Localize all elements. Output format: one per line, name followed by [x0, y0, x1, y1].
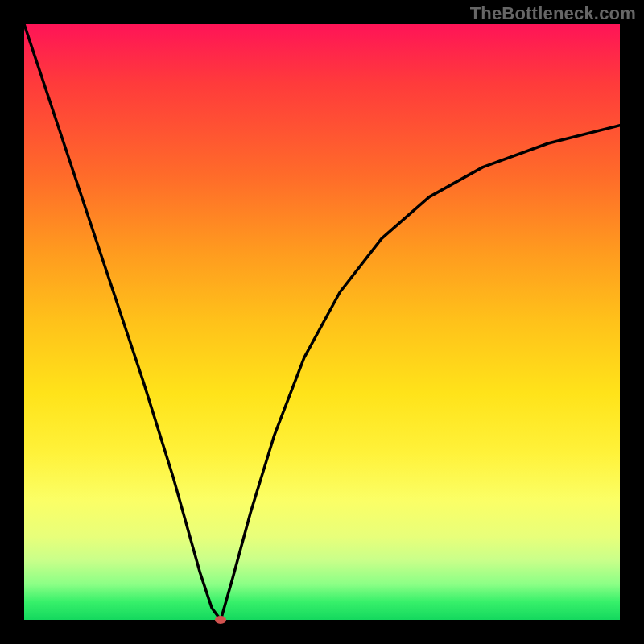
plot-area — [24, 24, 620, 620]
chart-frame: TheBottleneck.com — [0, 0, 644, 644]
minimum-marker — [215, 616, 226, 624]
watermark-text: TheBottleneck.com — [470, 3, 636, 24]
bottleneck-curve — [24, 24, 620, 620]
